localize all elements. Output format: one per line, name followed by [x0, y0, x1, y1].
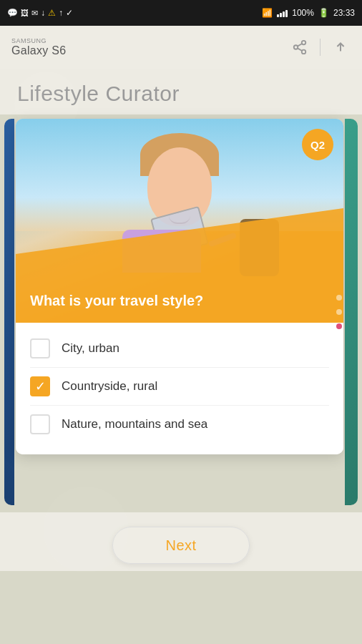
svg-point-1 [294, 45, 298, 49]
svg-line-3 [298, 48, 302, 51]
checkbox-countryside[interactable]: ✓ [30, 376, 50, 396]
clock: 23:33 [333, 8, 355, 18]
checkbox-nature[interactable] [30, 414, 50, 434]
checkbox-city[interactable] [30, 338, 50, 358]
svg-line-4 [298, 44, 302, 47]
left-peek-card[interactable] [4, 119, 14, 505]
brand-samsung: SAMSUNG [11, 37, 67, 44]
image-icon: 🖼 [21, 9, 29, 17]
brand: SAMSUNG Galaxy S6 [11, 37, 67, 57]
right-peek-card[interactable] [345, 119, 358, 505]
download-icon: ↓ [41, 8, 45, 18]
header-icons [290, 37, 351, 57]
options-area: City, urban ✓ Countryside, rural Nature,… [16, 323, 343, 454]
share-button[interactable] [290, 37, 310, 57]
next-button[interactable]: Next [112, 527, 250, 564]
page-title: Lifestyle Curator [17, 82, 180, 105]
upload-button[interactable] [331, 37, 351, 57]
svg-point-0 [302, 41, 306, 45]
status-bar-right: 📶 100% 🔋 23:33 [262, 8, 355, 18]
question-text: What is your travel style? [30, 291, 329, 310]
option-city-label: City, urban [62, 341, 119, 356]
question-badge: Q2 [302, 129, 333, 160]
battery-percent: 100% [292, 8, 314, 18]
dot-indicators [336, 295, 342, 329]
option-nature-label: Nature, mountains and sea [62, 417, 207, 431]
option-countryside[interactable]: ✓ Countryside, rural [30, 368, 329, 406]
dot-2 [336, 309, 342, 315]
option-city[interactable]: City, urban [30, 330, 329, 368]
check-icon: ✓ [66, 8, 73, 18]
dot-3-active [336, 323, 342, 329]
bottom-area: Next [0, 512, 362, 571]
main-area: Q2 [0, 114, 362, 512]
warning-icon: ⚠ [48, 8, 56, 18]
brand-galaxy: Galaxy S6 [11, 44, 67, 57]
dot-1 [336, 295, 342, 301]
checkmark-icon: ✓ [35, 380, 46, 393]
upload-arrow-icon [333, 39, 348, 55]
page-title-area: Lifestyle Curator [0, 69, 362, 114]
top-header: SAMSUNG Galaxy S6 [0, 26, 362, 69]
signal-bars [277, 9, 288, 17]
person-figure [137, 133, 222, 240]
option-countryside-label: Countryside, rural [62, 379, 157, 394]
option-nature[interactable]: Nature, mountains and sea [30, 406, 329, 443]
svg-point-2 [302, 50, 306, 54]
upload-icon: ↑ [59, 8, 63, 18]
card-image: What is your travel style? [16, 119, 343, 323]
status-bar-icons: 💬 🖼 ✉ ↓ ⚠ ↑ ✓ [7, 8, 73, 18]
battery-icon: 🔋 [318, 8, 329, 18]
status-bar: 💬 🖼 ✉ ↓ ⚠ ↑ ✓ 📶 100% 🔋 23:33 [0, 0, 362, 26]
header-divider [320, 39, 321, 56]
main-card: Q2 [16, 119, 343, 454]
carousel-area: Q2 [0, 114, 362, 505]
email-icon: ✉ [31, 9, 38, 18]
share-icon [292, 39, 308, 55]
next-button-label: Next [165, 537, 196, 554]
messages-icon: 💬 [7, 8, 18, 18]
wifi-icon: 📶 [262, 8, 273, 18]
